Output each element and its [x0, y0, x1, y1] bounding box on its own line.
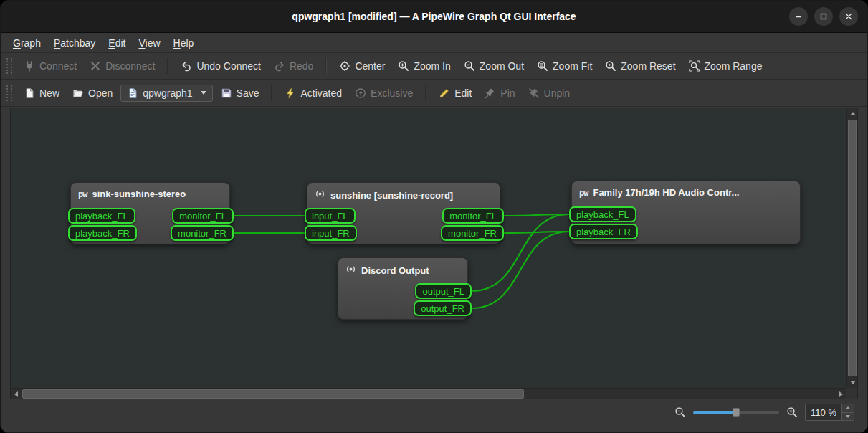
maximize-button[interactable]: [814, 7, 833, 26]
button-label: qpwgraph1: [143, 87, 192, 99]
toolbar-handle[interactable]: [6, 85, 12, 101]
save-button[interactable]: Save: [216, 85, 264, 102]
node-header: pwsink-sunshine-stereo: [71, 183, 229, 205]
node-family[interactable]: pwFamily 17h/19h HD Audio Contr...playba…: [571, 181, 801, 244]
node-header: pwFamily 17h/19h HD Audio Contr...: [572, 181, 800, 204]
pin-button[interactable]: Pin: [480, 85, 520, 102]
new-button[interactable]: New: [19, 85, 65, 102]
arrow-right-icon: [839, 391, 843, 397]
menu-label: elp: [181, 37, 194, 49]
button-label: Pin: [500, 87, 515, 99]
toolbar-file: NewOpenqpwgraph1SaveActivatedExclusiveEd…: [1, 80, 867, 107]
node-title: sunshine [sunshine-record]: [330, 190, 453, 201]
title-bar[interactable]: qpwgraph1 [modified] — A PipeWire Graph …: [1, 1, 867, 33]
zoom-spinbox[interactable]: 110 %: [805, 404, 854, 421]
button-label: Zoom Fit: [553, 60, 592, 72]
toolbar-handle[interactable]: [6, 58, 12, 74]
disconnect-icon: [90, 60, 101, 72]
port-monitor_FR[interactable]: monitor_FR: [441, 225, 504, 241]
zoom-in-button[interactable]: Zoom In: [393, 57, 455, 75]
zoom-slider-fill: [693, 411, 736, 414]
unpin-button[interactable]: Unpin: [523, 85, 576, 102]
arrow-up-icon: [850, 112, 856, 115]
exclusive-button[interactable]: Exclusive: [350, 85, 418, 102]
minimize-button[interactable]: [789, 7, 808, 26]
menu-mnemonic: V: [138, 37, 145, 49]
activated-icon: [285, 87, 296, 99]
node-sink[interactable]: pwsink-sunshine-stereoplayback_FLplaybac…: [70, 182, 230, 244]
new-icon: [24, 87, 35, 99]
toolbar-main: ConnectDisconnectUndo ConnectRedoCenterZ…: [1, 53, 867, 80]
zoom-in-icon[interactable]: [786, 406, 798, 418]
port-playback_FL[interactable]: playback_FL: [68, 208, 135, 224]
graph-canvas[interactable]: pwsink-sunshine-stereoplayback_FLplaybac…: [11, 108, 846, 388]
zoom-reset-button[interactable]: Zoom Reset: [600, 57, 680, 75]
edit-button[interactable]: Edit: [434, 85, 477, 102]
port-monitor_FL[interactable]: monitor_FL: [172, 208, 234, 224]
menu-label: atchbay: [60, 37, 95, 49]
menu-graph[interactable]: Graph: [6, 35, 47, 51]
button-label: Zoom In: [414, 60, 450, 72]
menu-edit[interactable]: Edit: [102, 35, 132, 51]
zoom-range-button[interactable]: Zoom Range: [684, 57, 768, 75]
menu-patchbay[interactable]: Patchbay: [47, 35, 102, 51]
toolbar-separator: [271, 85, 272, 101]
node-header: Discord Output: [338, 258, 467, 282]
button-label: Undo Connect: [196, 60, 261, 72]
horizontal-scroll-thumb[interactable]: [22, 389, 524, 399]
node-title: Family 17h/19h HD Audio Contr...: [593, 187, 739, 198]
node-sunshine[interactable]: sunshine [sunshine-record]input_FLinput_…: [307, 182, 500, 244]
vertical-scrollbar[interactable]: [846, 108, 857, 388]
zoom-spin-down[interactable]: [842, 412, 854, 421]
port-output_FR[interactable]: output_FR: [414, 300, 472, 316]
scroll-left-button[interactable]: [11, 389, 22, 399]
open-icon: [72, 87, 84, 99]
port-playback_FR[interactable]: playback_FR: [569, 224, 638, 239]
zoom-value: 110 %: [806, 407, 841, 418]
zoom-fit-button[interactable]: Zoom Fit: [532, 57, 597, 75]
zoom-out-icon[interactable]: [674, 406, 686, 418]
spin-down-icon: [846, 415, 850, 418]
port-input_FR[interactable]: input_FR: [305, 225, 357, 241]
vertical-scroll-thumb[interactable]: [848, 120, 857, 376]
toolbar-separator: [425, 85, 426, 101]
disconnect-button[interactable]: Disconnect: [85, 57, 160, 75]
scroll-right-button[interactable]: [836, 389, 846, 399]
button-label: Save: [237, 87, 259, 99]
scroll-up-button[interactable]: [847, 108, 858, 119]
close-button[interactable]: [839, 7, 858, 26]
button-label: Edit: [454, 87, 472, 99]
menu-help[interactable]: Help: [167, 35, 201, 51]
zoom-out-button[interactable]: Zoom Out: [459, 57, 529, 75]
zoom-spin-up[interactable]: [842, 404, 854, 412]
port-playback_FR[interactable]: playback_FR: [68, 225, 137, 241]
menu-view[interactable]: View: [132, 35, 166, 51]
app-window: qpwgraph1 [modified] — A PipeWire Graph …: [0, 0, 868, 433]
port-playback_FL[interactable]: playback_FL: [569, 206, 636, 222]
zoom-slider[interactable]: [693, 406, 779, 418]
horizontal-scrollbar[interactable]: [11, 388, 846, 399]
menu-label: iew: [146, 37, 161, 49]
port-output_FL[interactable]: output_FL: [415, 283, 472, 299]
menu-mnemonic: P: [54, 37, 60, 49]
port-monitor_FL[interactable]: monitor_FL: [442, 208, 504, 224]
center-button[interactable]: Center: [334, 57, 390, 75]
activated-button[interactable]: Activated: [280, 85, 347, 102]
zoom-range-icon: [689, 60, 700, 72]
scroll-down-button[interactable]: [847, 377, 858, 388]
redo-button[interactable]: Redo: [269, 57, 318, 75]
port-input_FL[interactable]: input_FL: [305, 208, 356, 224]
toolbar-separator: [167, 58, 168, 74]
port-monitor_FR[interactable]: monitor_FR: [171, 225, 234, 241]
scrollbar-corner: [846, 388, 857, 399]
media-icon: [315, 189, 325, 201]
button-label: Redo: [290, 60, 313, 72]
open-button[interactable]: Open: [67, 85, 118, 102]
connect-button[interactable]: Connect: [19, 57, 82, 75]
undo-connect-button[interactable]: Undo Connect: [176, 57, 266, 75]
node-discord[interactable]: Discord Outputoutput_FLoutput_FR: [338, 257, 468, 320]
button-label: Center: [355, 60, 385, 72]
qpwgraph1-button[interactable]: qpwgraph1: [120, 85, 212, 102]
pipewire-icon: pw: [78, 189, 87, 199]
zoom-slider-handle[interactable]: [733, 408, 740, 417]
